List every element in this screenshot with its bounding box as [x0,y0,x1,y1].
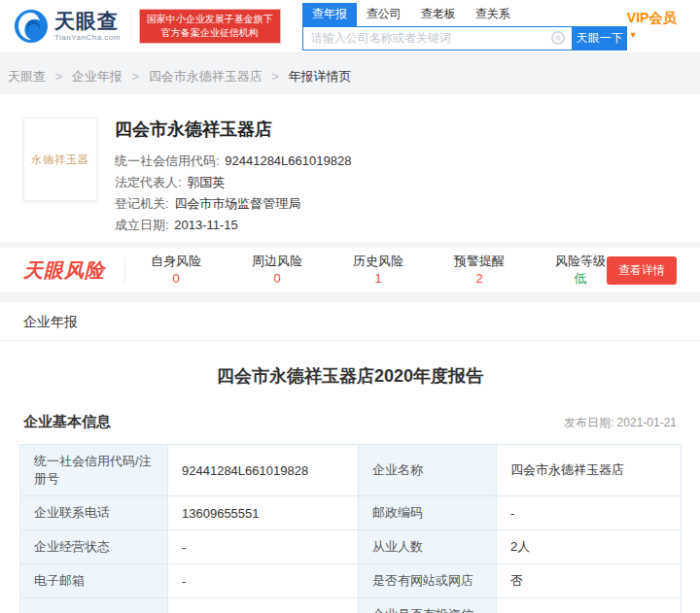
risk-bar: 天眼风险 自身风险 0 周边风险 0 历史风险 1 预警提醒 2 风险等级 低 … [0,248,700,292]
search-area: 查年报 查公司 查老板 查关系 天眼一下 [302,3,627,51]
table-row: 电子邮箱 - 是否有网站或网店 否 [20,564,682,598]
logo-title: 天眼查 [54,11,121,31]
table-row: 企业经营状态 - 从业人数 2人 [20,530,682,564]
tab-boss[interactable]: 查老板 [411,3,466,26]
header-divider [130,12,131,41]
tab-company[interactable]: 查公司 [357,3,411,26]
field-established: 成立日期: 2013-11-15 [115,215,351,236]
field-credit-code: 统一社会信用代码: 92441284L661019828 [115,151,351,172]
basic-info-table: 统一社会信用代码/注册号 92441284L661019828 企业名称 四会市… [19,444,682,613]
search-tabs: 查年报 查公司 查老板 查关系 [302,3,627,26]
caret-down-icon: ▼ [629,30,638,40]
report-content: 四会市永德祥玉器店2020年度报告 企业基本信息 发布日期: 2021-01-2… [0,341,700,613]
field-legal-rep: 法定代表人: 郭国英 [115,172,351,193]
camera-icon[interactable] [551,31,565,45]
company-card: 永德祥玉器 四会市永德祥玉器店 统一社会信用代码: 92441284L66101… [0,94,700,242]
logo-subtitle: TianYanCha.com [54,34,121,42]
tab-annual-report[interactable]: 查年报 [302,3,357,26]
risk-detail-button[interactable]: 查看详情 [607,256,677,285]
risk-item-level[interactable]: 风险等级 低 [555,254,606,287]
basic-info-heading: 企业基本信息 [23,413,111,431]
tab-relation[interactable]: 查关系 [466,3,520,26]
top-header: 天眼查 TianYanCha.com 国家中小企业发展子基金旗下 官方备案企业征… [0,0,700,53]
risk-brand-logo: 天眼风险 [23,257,105,284]
breadcrumb-current: 年报详情页 [289,69,352,84]
company-name: 四会市永德祥玉器店 [115,118,351,141]
search-input[interactable] [302,26,573,51]
company-logo-text: 永德祥玉器 [31,153,89,167]
risk-item-history[interactable]: 历史风险 1 [353,254,403,287]
risk-item-warning[interactable]: 预警提醒 2 [454,254,505,287]
tianyancha-swirl-icon [14,9,49,44]
breadcrumb-annual-reports[interactable]: 企业年报 [72,69,122,84]
search-button[interactable]: 天眼一下 [573,26,627,51]
risk-item-nearby[interactable]: 周边风险 0 [252,254,302,287]
annual-report-section-label: 企业年报 [0,302,700,341]
vip-label: VIP会员 [627,10,677,25]
company-logo: 永德祥玉器 [23,118,97,201]
field-registry: 登记机关: 四会市市场监督管理局 [115,193,351,215]
publish-date: 发布日期: 2021-01-21 [564,415,677,431]
badge-line2: 官方备案企业征信机构 [147,26,273,40]
table-row: 统一社会信用代码/注册号 92441284L661019828 企业名称 四会市… [20,445,682,496]
vip-member-menu[interactable]: VIP会员▼ [627,10,682,43]
breadcrumb-separator: > [131,69,139,84]
risk-divider [124,257,125,283]
badge-line1: 国家中小企业发展子基金旗下 [147,13,273,26]
table-row: 企业通信地址 - 企业是否有投资信息 或购买其他公司股权 否 [20,598,682,613]
breadcrumb-company[interactable]: 四会市永德祥玉器店 [149,69,262,84]
tianyancha-logo[interactable]: 天眼查 TianYanCha.com [14,9,121,44]
official-badge: 国家中小企业发展子基金旗下 官方备案企业征信机构 [139,9,281,44]
breadcrumb-separator: > [55,69,63,84]
report-title: 四会市永德祥玉器店2020年度报告 [19,364,681,388]
breadcrumb: 天眼查 > 企业年报 > 四会市永德祥玉器店 > 年报详情页 [0,53,700,94]
breadcrumb-separator: > [271,69,279,84]
risk-item-self[interactable]: 自身风险 0 [151,254,201,287]
table-row: 企业联系电话 13609655551 邮政编码 - [20,496,682,530]
breadcrumb-home[interactable]: 天眼查 [8,69,46,84]
